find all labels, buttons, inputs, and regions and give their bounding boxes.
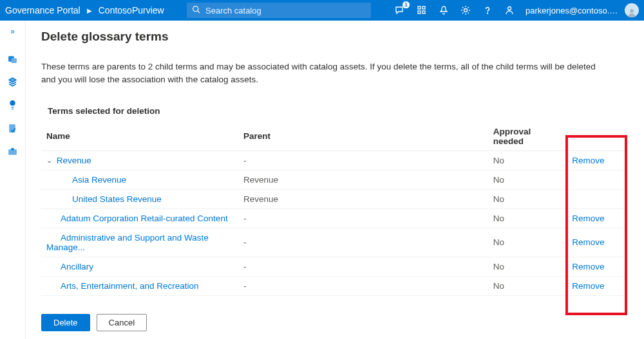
cell-approval: No (488, 170, 567, 189)
col-action (567, 122, 626, 151)
cell-parent: - (238, 228, 488, 257)
search-icon (192, 5, 200, 15)
warning-text: These terms are parents to 2 child terms… (41, 60, 608, 87)
term-link[interactable]: Asia Revenue (72, 175, 126, 185)
apps-icon[interactable] (416, 5, 428, 16)
cell-action (567, 189, 626, 208)
breadcrumb-separator: ▶ (87, 7, 92, 14)
table-subheading: Terms selected for deletion (48, 106, 626, 116)
svg-rect-5 (422, 11, 425, 14)
sidebar-item-management[interactable] (7, 145, 19, 157)
term-link[interactable]: Adatum Corporation Retail-curated Conten… (61, 214, 228, 223)
cell-parent: Revenue (238, 170, 488, 189)
header-icons: 1 (394, 5, 515, 16)
search-input[interactable] (204, 5, 366, 16)
table-row: Asia RevenueRevenueNo (41, 170, 626, 189)
remove-link[interactable]: Remove (572, 214, 604, 223)
sidebar-item-policy[interactable] (7, 122, 19, 134)
svg-rect-13 (12, 108, 14, 109)
footer-actions: Delete Cancel (41, 306, 626, 339)
delete-button[interactable]: Delete (41, 314, 90, 331)
table-row: ⌄ Revenue-NoRemove (41, 151, 626, 170)
cell-action: Remove (567, 276, 626, 295)
remove-link[interactable]: Remove (572, 281, 604, 291)
cell-approval: No (488, 151, 567, 170)
term-link[interactable]: United States Revenue (72, 194, 162, 204)
breadcrumb-current[interactable]: ContosoPurview (99, 5, 164, 15)
cell-approval: No (488, 276, 567, 295)
cell-parent: Revenue (238, 189, 488, 208)
cell-parent: - (238, 208, 488, 228)
svg-point-0 (193, 6, 198, 12)
sidebar: » (0, 21, 26, 339)
svg-rect-15 (8, 149, 17, 155)
cell-approval: No (488, 208, 567, 228)
cell-parent: - (238, 151, 488, 170)
avatar[interactable] (625, 3, 639, 17)
feedback-icon[interactable] (504, 5, 515, 16)
table-row: Arts, Entertainment, and Recreation-NoRe… (41, 276, 626, 295)
sidebar-toggle[interactable]: » (7, 26, 19, 37)
user-email[interactable]: parkerjones@contoso.c... (526, 6, 620, 15)
bell-icon[interactable] (438, 5, 450, 16)
sidebar-item-insights[interactable] (7, 99, 19, 111)
cell-parent: - (238, 276, 488, 295)
cell-approval: No (488, 228, 567, 257)
cell-parent: - (238, 257, 488, 276)
svg-rect-11 (11, 58, 17, 62)
cell-action: Remove (567, 257, 626, 276)
svg-point-9 (630, 9, 634, 13)
svg-rect-12 (11, 106, 14, 107)
remove-link[interactable]: Remove (572, 156, 604, 165)
svg-point-8 (508, 7, 511, 10)
cell-action: Remove (567, 151, 626, 170)
svg-rect-2 (418, 6, 421, 9)
sidebar-item-catalog[interactable] (7, 76, 19, 87)
cell-action: Remove (567, 228, 626, 257)
cell-approval: No (488, 189, 567, 208)
cell-action (567, 170, 626, 189)
breadcrumb: Governance Portal ▶ ContosoPurview (5, 5, 173, 15)
sidebar-item-sources[interactable] (7, 53, 19, 64)
remove-link[interactable]: Remove (572, 237, 604, 247)
cancel-button[interactable]: Cancel (97, 314, 147, 331)
terms-table: Name Parent Approval needed ⌄ Revenue-No… (41, 122, 626, 296)
chat-badge: 1 (402, 1, 410, 8)
breadcrumb-root[interactable]: Governance Portal (5, 5, 80, 15)
term-link[interactable]: Arts, Entertainment, and Recreation (61, 281, 199, 291)
page-title: Delete glossary terms (41, 30, 626, 44)
svg-rect-16 (11, 148, 14, 150)
cell-approval: No (488, 257, 567, 276)
col-name[interactable]: Name (41, 122, 238, 151)
term-link[interactable]: Ancillary (61, 262, 93, 271)
app-header: Governance Portal ▶ ContosoPurview 1 par… (0, 0, 644, 21)
term-link[interactable]: Administrative and Support and Waste Man… (46, 233, 209, 252)
svg-rect-3 (422, 6, 425, 9)
chat-icon[interactable]: 1 (394, 5, 406, 16)
table-row: United States RevenueRevenueNo (41, 189, 626, 208)
table-row: Ancillary-NoRemove (41, 257, 626, 276)
cell-action: Remove (567, 208, 626, 228)
search-box[interactable] (187, 3, 371, 18)
remove-link[interactable]: Remove (572, 262, 604, 271)
term-link[interactable]: Revenue (57, 156, 91, 165)
svg-point-7 (488, 13, 488, 14)
svg-line-1 (198, 11, 200, 13)
svg-point-6 (464, 9, 468, 12)
table-row: Administrative and Support and Waste Man… (41, 228, 626, 257)
chevron-down-icon[interactable]: ⌄ (46, 156, 54, 165)
svg-rect-4 (418, 11, 421, 14)
table-row: Adatum Corporation Retail-curated Conten… (41, 208, 626, 228)
col-approval[interactable]: Approval needed (488, 122, 567, 151)
main-content: Delete glossary terms These terms are pa… (26, 21, 644, 339)
help-icon[interactable] (482, 5, 493, 16)
gear-icon[interactable] (460, 5, 471, 16)
col-parent[interactable]: Parent (238, 122, 488, 151)
